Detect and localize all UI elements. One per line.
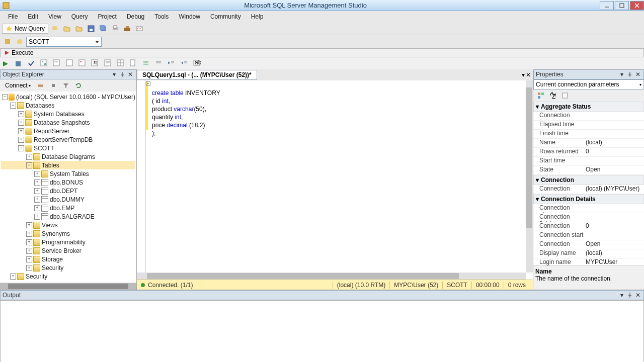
minimize-button[interactable] bbox=[600, 1, 614, 10]
expand-icon[interactable]: + bbox=[26, 154, 32, 160]
property-row[interactable]: Connection elaps bbox=[533, 204, 644, 213]
expand-icon[interactable]: + bbox=[18, 128, 24, 134]
tree-table[interactable]: dbo.DUMMY bbox=[50, 196, 85, 203]
query-tab[interactable]: SQLQuery1.sql - (... (MYPC\User (52))* bbox=[137, 70, 257, 80]
expand-icon[interactable]: + bbox=[34, 188, 40, 194]
tree-item[interactable]: System Databases bbox=[34, 111, 85, 118]
print-icon[interactable] bbox=[110, 23, 121, 34]
menu-debug[interactable]: Debug bbox=[122, 12, 149, 21]
maximize-button[interactable] bbox=[615, 1, 629, 10]
tree-table[interactable]: dbo.BONUS bbox=[50, 179, 83, 186]
menu-view[interactable]: View bbox=[43, 12, 66, 21]
disconnect-icon[interactable] bbox=[35, 80, 46, 91]
tree-table[interactable]: dbo.DEPT bbox=[50, 188, 77, 195]
open-folder-icon[interactable] bbox=[61, 23, 72, 34]
tree-item[interactable]: Security bbox=[42, 264, 63, 272]
tree-item[interactable]: Views bbox=[42, 222, 58, 229]
collapse-icon[interactable]: − bbox=[26, 162, 32, 168]
results-text-icon[interactable] bbox=[102, 57, 113, 68]
tree-scott[interactable]: SCOTT bbox=[34, 145, 54, 152]
menu-edit[interactable]: Edit bbox=[23, 12, 43, 21]
property-row[interactable]: Rows returned0 bbox=[533, 148, 644, 157]
database-combo[interactable]: SCOTT bbox=[26, 37, 102, 47]
tree-tables[interactable]: Tables bbox=[42, 162, 59, 169]
tree-table[interactable]: dbo.EMP bbox=[50, 205, 74, 212]
tree-security[interactable]: Security bbox=[26, 273, 47, 280]
expand-icon[interactable]: + bbox=[34, 205, 40, 211]
property-row[interactable]: Elapsed time bbox=[533, 121, 644, 130]
save-all-icon[interactable] bbox=[98, 23, 109, 34]
expand-icon[interactable]: + bbox=[18, 111, 24, 117]
collapse-icon[interactable]: ▾ bbox=[536, 176, 539, 184]
collapse-icon[interactable]: − bbox=[2, 94, 8, 100]
tree-item[interactable]: Programmability bbox=[42, 239, 86, 246]
new-query-button[interactable]: New Query bbox=[2, 24, 48, 34]
collapse-icon[interactable]: ▾ bbox=[536, 196, 539, 203]
parse-icon[interactable] bbox=[26, 58, 37, 69]
open-db-icon[interactable] bbox=[49, 23, 60, 34]
property-grid[interactable]: ▾Aggregate Status Connection failurElaps… bbox=[533, 102, 644, 265]
properties-subject[interactable]: Current connection parameters▾ bbox=[533, 79, 644, 89]
connect-button[interactable]: Connect▾ bbox=[2, 81, 34, 89]
panel-dropdown-icon[interactable]: ▾ bbox=[618, 292, 625, 299]
property-row[interactable]: Connection stateOpen bbox=[533, 240, 644, 249]
menu-project[interactable]: Project bbox=[93, 12, 122, 21]
menu-window[interactable]: Window bbox=[174, 12, 205, 21]
tree-item[interactable]: Database Snapshots bbox=[34, 119, 90, 126]
property-row[interactable]: Connection start t bbox=[533, 231, 644, 240]
editor-vscroll[interactable] bbox=[526, 80, 533, 273]
indent-icon[interactable] bbox=[166, 57, 177, 68]
categorized-icon[interactable] bbox=[535, 90, 546, 101]
property-row[interactable]: Login nameMYPC\User bbox=[533, 258, 644, 265]
intellisense-icon[interactable] bbox=[64, 57, 75, 68]
expand-icon[interactable]: + bbox=[34, 179, 40, 186]
tree-item[interactable]: Synonyms bbox=[42, 230, 70, 237]
menu-file[interactable]: File bbox=[3, 12, 23, 21]
open-file-icon[interactable] bbox=[73, 23, 85, 34]
stop-icon[interactable] bbox=[13, 58, 24, 69]
collapse-icon[interactable]: − bbox=[18, 145, 24, 151]
expand-icon[interactable]: + bbox=[26, 265, 32, 271]
expand-icon[interactable]: + bbox=[18, 120, 24, 126]
use-db-icon[interactable] bbox=[2, 36, 13, 47]
execute-button[interactable]: Execute bbox=[0, 48, 644, 57]
close-icon[interactable]: ✕ bbox=[634, 71, 641, 78]
client-stats-icon[interactable]: π bbox=[89, 57, 100, 68]
expand-icon[interactable]: + bbox=[26, 248, 32, 254]
expand-icon[interactable]: + bbox=[10, 274, 16, 280]
actual-plan-icon[interactable] bbox=[76, 57, 88, 68]
tree-databases[interactable]: Databases bbox=[26, 102, 54, 109]
menu-tools[interactable]: Tools bbox=[149, 12, 174, 21]
filter-icon[interactable] bbox=[60, 80, 71, 91]
fold-icon[interactable]: − bbox=[146, 81, 150, 86]
outdent-icon[interactable] bbox=[179, 57, 190, 68]
property-row[interactable]: Connection finish bbox=[533, 213, 644, 222]
debug-icon[interactable] bbox=[0, 58, 11, 69]
collapse-icon[interactable]: − bbox=[10, 103, 16, 109]
close-button[interactable] bbox=[630, 1, 644, 10]
tree-scrollbar[interactable] bbox=[0, 283, 136, 290]
results-grid-icon[interactable] bbox=[115, 57, 126, 68]
expand-icon[interactable]: + bbox=[26, 231, 32, 237]
menu-community[interactable]: Community bbox=[205, 12, 246, 21]
pin-icon[interactable] bbox=[119, 71, 126, 78]
expand-icon[interactable]: + bbox=[34, 171, 40, 177]
pin-icon[interactable] bbox=[626, 71, 633, 78]
expand-icon[interactable]: + bbox=[18, 137, 24, 143]
tree-table[interactable]: dbo.SALGRADE bbox=[50, 213, 95, 220]
property-row[interactable]: Start time bbox=[533, 157, 644, 166]
property-row[interactable]: Connection name(local) (MYPC\User) bbox=[533, 185, 644, 194]
menu-help[interactable]: Help bbox=[246, 12, 269, 21]
property-row[interactable]: Display name(local) bbox=[533, 249, 644, 258]
uncomment-icon[interactable] bbox=[153, 57, 164, 68]
tree-item[interactable]: ReportServerTempDB bbox=[34, 136, 93, 143]
tree-item[interactable]: ReportServer bbox=[34, 128, 69, 135]
property-row[interactable]: Connection rows0 bbox=[533, 222, 644, 231]
toolbox-icon[interactable] bbox=[122, 23, 133, 34]
tab-close-icon[interactable]: ✕ bbox=[526, 71, 531, 78]
save-icon[interactable] bbox=[86, 23, 97, 34]
specify-values-icon[interactable]: ab bbox=[191, 57, 202, 68]
activity-icon[interactable] bbox=[134, 23, 145, 34]
tree-diagrams[interactable]: Database Diagrams bbox=[42, 153, 95, 160]
panel-dropdown-icon[interactable]: ▾ bbox=[618, 71, 625, 78]
